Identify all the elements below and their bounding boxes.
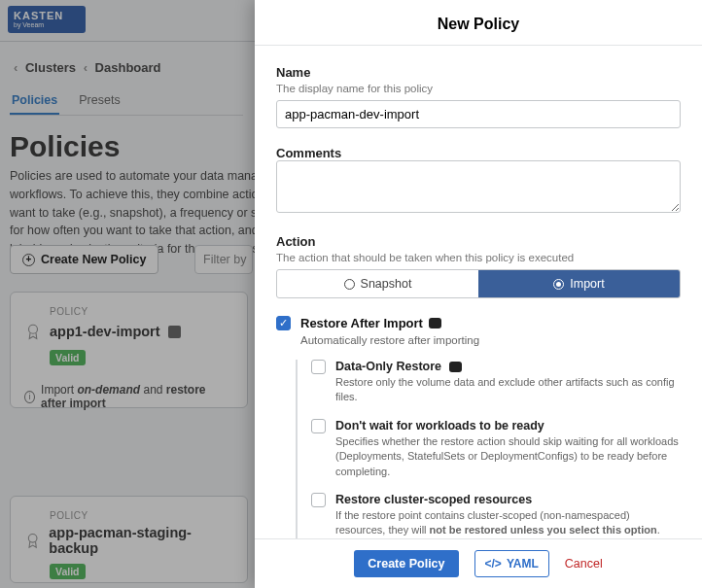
restore-cluster-scoped-hint: If the restore point contains cluster-sc… [335,508,681,538]
yaml-label: YAML [507,557,539,571]
dont-wait-checkbox[interactable] [311,419,326,433]
restore-cluster-scoped-checkbox[interactable] [311,493,326,507]
dont-wait-label: Don't wait for workloads to be ready [335,419,681,432]
yaml-button[interactable]: </> YAML [474,550,549,577]
create-policy-button[interactable]: Create Policy [354,550,458,577]
drawer-title: New Policy [255,0,702,46]
restore-after-import-hint: Automatically restore after importing [300,332,479,348]
comments-label: Comments [276,146,681,160]
tooltip-icon[interactable] [429,318,441,329]
name-input[interactable] [276,100,681,128]
radio-icon [344,279,355,290]
code-icon: </> [485,557,502,571]
restore-after-import-checkbox[interactable]: ✓ [276,316,291,330]
data-only-restore-label: Data-Only Restore [335,360,441,373]
radio-icon [553,279,564,290]
restore-after-import-label: Restore After Import [300,316,423,330]
name-label: Name [276,65,681,80]
action-snapshot-option[interactable]: Snapshot [277,270,478,297]
comments-input[interactable] [276,160,681,213]
cancel-button[interactable]: Cancel [565,557,603,571]
data-only-restore-hint: Restore only the volume data and exclude… [335,375,681,405]
dont-wait-hint: Specifies whether the restore action sho… [335,434,681,479]
restore-cluster-scoped-label: Restore cluster-scoped resources [335,493,681,506]
action-import-option[interactable]: Import [478,270,680,297]
action-hint: The action that should be taken when thi… [276,252,681,263]
data-only-restore-checkbox[interactable] [311,360,326,374]
name-hint: The display name for this policy [276,83,681,94]
new-policy-drawer: New Policy Name The display name for thi… [255,0,702,588]
tooltip-icon[interactable] [449,362,462,372]
action-label: Action [276,234,681,249]
action-toggle: Snapshot Import [276,269,681,298]
